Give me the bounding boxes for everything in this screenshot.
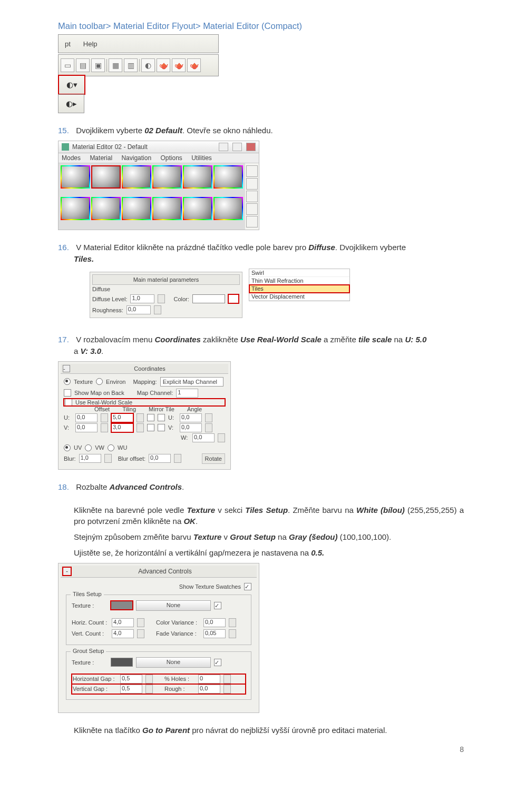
blur-input[interactable]: 1,0 xyxy=(79,454,101,463)
material-slot[interactable] xyxy=(61,197,90,220)
toolbar-button-1[interactable]: ▭ xyxy=(61,58,74,72)
minimize-button[interactable] xyxy=(219,143,228,151)
toolbar-button-5[interactable]: ▥ xyxy=(124,58,138,72)
environ-radio[interactable] xyxy=(96,378,103,385)
u-mirror[interactable] xyxy=(147,414,154,421)
u-angle[interactable]: 0,0 xyxy=(180,413,202,422)
side-icon[interactable] xyxy=(246,203,258,215)
holes[interactable]: 0 xyxy=(198,675,220,684)
s[interactable] xyxy=(145,685,153,694)
diffuse-color[interactable] xyxy=(192,294,225,303)
fade-variance[interactable]: 0,05 xyxy=(203,629,226,638)
material-slot[interactable] xyxy=(122,197,151,220)
color-variance[interactable]: 0,0 xyxy=(203,618,226,627)
s[interactable] xyxy=(137,423,144,432)
v-tiling[interactable]: 3,0 xyxy=(111,423,133,432)
s[interactable] xyxy=(229,618,236,627)
s[interactable] xyxy=(205,423,212,432)
map-channel-input[interactable]: 1 xyxy=(176,389,198,398)
u-tile[interactable] xyxy=(158,414,165,421)
side-icon[interactable] xyxy=(246,165,258,177)
material-slot[interactable] xyxy=(183,165,212,189)
list-item[interactable]: Thin Wall Refraction xyxy=(249,277,349,285)
material-slot[interactable] xyxy=(213,197,243,220)
s[interactable] xyxy=(218,433,225,442)
material-slot[interactable] xyxy=(122,165,151,189)
list-item-tiles[interactable]: Tiles xyxy=(249,285,349,293)
h-gap[interactable]: 0,5 xyxy=(120,675,142,684)
s[interactable] xyxy=(104,454,112,463)
s[interactable] xyxy=(137,629,144,638)
vert-count[interactable]: 4,0 xyxy=(112,629,134,638)
texture-radio[interactable] xyxy=(64,378,71,385)
rough[interactable]: 0,0 xyxy=(198,685,220,694)
teapot-icon-3[interactable]: 🫖 xyxy=(187,58,201,72)
material-editor-slate-flyout[interactable]: ◐▸ xyxy=(58,94,84,113)
teapot-icon-1[interactable]: 🫖 xyxy=(157,58,170,72)
blur-offset-input[interactable]: 0,0 xyxy=(149,454,171,463)
s[interactable] xyxy=(223,675,231,684)
tiles-texture-map[interactable]: None xyxy=(136,600,211,611)
collapse-icon[interactable]: - xyxy=(63,365,70,372)
rotate-button[interactable]: Rotate xyxy=(202,453,225,464)
u-tiling[interactable]: 5,0 xyxy=(111,413,133,422)
material-editor-icon[interactable]: ◐ xyxy=(141,58,155,72)
s[interactable] xyxy=(101,423,108,432)
u-offset[interactable]: 0,0 xyxy=(75,413,98,422)
s[interactable] xyxy=(137,618,144,627)
s[interactable] xyxy=(137,413,144,422)
s[interactable] xyxy=(223,685,231,694)
menu-material[interactable]: Material xyxy=(90,154,112,162)
mapping-dropdown[interactable]: Explicit Map Channel xyxy=(160,377,223,387)
show-swatches-check[interactable]: ✓ xyxy=(244,583,251,590)
grout-texture-map[interactable]: None xyxy=(136,657,211,668)
uv-radio[interactable] xyxy=(64,444,71,451)
s[interactable] xyxy=(205,413,212,422)
use-real-world-check[interactable] xyxy=(65,399,72,406)
material-slot[interactable] xyxy=(61,165,90,189)
toolbar-button-3[interactable]: ▣ xyxy=(91,58,105,72)
material-slot[interactable] xyxy=(152,165,182,189)
close-button[interactable] xyxy=(246,143,256,151)
vw-radio[interactable] xyxy=(85,444,92,451)
menu-help[interactable]: Help xyxy=(79,40,102,48)
show-map-check[interactable] xyxy=(64,389,71,397)
material-slot[interactable] xyxy=(213,165,243,189)
collapse-icon[interactable]: - xyxy=(63,567,71,576)
s[interactable] xyxy=(145,675,153,684)
v-gap[interactable]: 0,5 xyxy=(120,685,142,694)
material-editor-compact-flyout[interactable]: ◐▾ xyxy=(58,75,85,95)
list-item[interactable]: Swirl xyxy=(249,269,349,277)
v-offset[interactable]: 0,0 xyxy=(75,423,98,432)
spinner[interactable] xyxy=(158,294,165,303)
panel-header[interactable]: Main material parameters xyxy=(92,274,240,285)
side-icon[interactable] xyxy=(246,191,258,202)
s[interactable] xyxy=(174,454,181,463)
v-mirror[interactable] xyxy=(147,424,154,431)
side-icon[interactable] xyxy=(246,178,258,190)
grout-texture-color[interactable] xyxy=(111,658,133,667)
toolbar-button-2[interactable]: ▤ xyxy=(76,58,90,72)
material-slot[interactable] xyxy=(152,197,182,220)
v-tile[interactable] xyxy=(158,424,165,431)
tiles-texture-check[interactable]: ✓ xyxy=(214,602,221,609)
roughness-input[interactable]: 0,0 xyxy=(126,305,151,314)
wu-radio[interactable] xyxy=(108,444,114,451)
side-icon[interactable] xyxy=(246,216,258,227)
maximize-button[interactable] xyxy=(232,143,242,151)
s[interactable] xyxy=(229,629,236,638)
grout-texture-check[interactable]: ✓ xyxy=(214,659,221,666)
tiles-texture-color[interactable] xyxy=(111,601,133,610)
v-angle[interactable]: 0,0 xyxy=(180,423,202,432)
teapot-icon-2[interactable]: 🫖 xyxy=(172,58,186,72)
menu-pt[interactable]: pt xyxy=(61,40,75,48)
diffuse-map-button[interactable] xyxy=(228,294,239,303)
horiz-count[interactable]: 4,0 xyxy=(112,618,134,627)
menu-options[interactable]: Options xyxy=(160,154,182,162)
spinner[interactable] xyxy=(154,305,161,314)
list-item[interactable]: Vector Displacement xyxy=(249,293,349,301)
toolbar-button-4[interactable]: ▦ xyxy=(109,58,122,72)
material-slot-selected[interactable] xyxy=(91,165,121,189)
diffuse-level-input[interactable]: 1,0 xyxy=(130,294,154,303)
s[interactable] xyxy=(101,413,108,422)
